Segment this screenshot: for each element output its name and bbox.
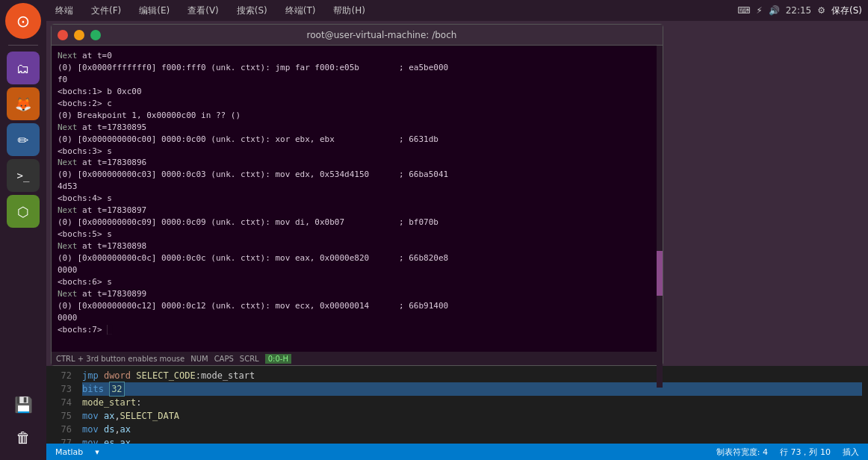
boxee-icon[interactable]: ⬡	[7, 195, 40, 228]
term-line-14: Next at t=17830897	[58, 205, 657, 217]
code-line-75: mov ax,SELECT_DATA	[82, 409, 862, 423]
statusbar-right: 制表符宽度: 4 行 73，列 10 插入	[716, 447, 859, 458]
taskbar-divider-1	[8, 45, 38, 46]
code-line-73: bits 32	[82, 382, 862, 396]
term-line-4: <bochs:1> b 0xc00	[58, 86, 657, 98]
term-line-7: Next at t=17830895	[58, 122, 657, 134]
menu-help[interactable]: 帮助(H)	[330, 3, 368, 19]
scrollbar-thumb[interactable]	[657, 251, 663, 296]
code-line-77: mov es,ax	[82, 436, 862, 444]
insert-mode: 插入	[843, 447, 859, 458]
terminal-scrollbar[interactable]	[657, 46, 663, 388]
taskbar-left: ⊙ 🗂 🦊 ✏ >_ ⬡ 💾 🗑	[0, 0, 46, 460]
menu-view[interactable]: 查看(V)	[185, 3, 222, 19]
save-icon[interactable]: 💾	[7, 388, 40, 421]
maximize-button[interactable]	[90, 30, 101, 40]
desktop: ⊙ 🗂 🦊 ✏ >_ ⬡ 💾 🗑 终端 文件(F) 编辑(E) 查看(V) 搜索…	[0, 0, 868, 460]
term-line-5: <bochs:2> c	[58, 98, 657, 110]
menu-edit[interactable]: 编辑(E)	[136, 3, 173, 19]
term-line-20: <bochs:6> s	[58, 276, 657, 288]
cursor-position: 行 73，列 10	[780, 447, 831, 458]
code-line-74: mode_start:	[82, 396, 862, 409]
clock: 22:15	[786, 5, 812, 16]
code-content[interactable]: 72 73 74 75 76 77 jmp dword SELECT_CODE:…	[46, 366, 868, 444]
menu-search[interactable]: 搜索(S)	[234, 3, 270, 19]
term-line-21: Next at t=17830899	[58, 288, 657, 300]
code-line-76: mov ds,ax	[82, 423, 862, 436]
terminal-title: root@user-virtual-machine: /boch	[107, 30, 657, 40]
term-line-23: 0000	[58, 312, 657, 324]
top-menubar: 终端 文件(F) 编辑(E) 查看(V) 搜索(S) 终端(T) 帮助(H) ⌨…	[46, 0, 868, 21]
tab-size: 制表符宽度: 4	[716, 447, 768, 458]
dropdown-icon[interactable]: ▾	[95, 447, 99, 457]
browser-icon[interactable]: 🦊	[7, 87, 40, 120]
term-line-19: 0000	[58, 264, 657, 276]
term-line-17: Next at t=17830898	[58, 240, 657, 252]
term-line-11: (0) [0x000000000c03] 0000:0c03 (unk. ctx…	[58, 169, 657, 181]
term-line-10: Next at t=17830896	[58, 157, 657, 169]
status-scrl: SCRL	[240, 355, 259, 363]
term-line-24: <bochs:7> █	[58, 324, 657, 336]
term-line-2: (0) [0x0000fffffff0] f000:fff0 (unk. ctx…	[58, 62, 657, 74]
term-line-15: (0) [0x000000000c09] 0000:0c09 (unk. ctx…	[58, 217, 657, 229]
language-selector[interactable]: Matlab	[55, 447, 83, 457]
ubuntu-logo-icon[interactable]: ⊙	[5, 3, 41, 39]
code-line-72: jmp dword SELECT_CODE:mode_start	[82, 369, 862, 382]
term-line-8: (0) [0x000000000c00] 0000:0c00 (unk. ctx…	[58, 134, 657, 146]
texteditor-icon[interactable]: ✏	[7, 123, 40, 156]
close-button[interactable]	[58, 30, 68, 40]
term-line-9: <bochs:3> s	[58, 146, 657, 158]
term-line-3: f0	[58, 74, 657, 86]
term-line-22: (0) [0x000000000c12] 0000:0c12 (unk. ctx…	[58, 300, 657, 312]
save-button[interactable]: 保存(S)	[831, 4, 862, 17]
bluetooth-icon: ⚡	[756, 5, 762, 16]
minimize-button[interactable]	[74, 30, 84, 40]
menu-file[interactable]: 文件(F)	[88, 3, 124, 19]
term-line-12: 4d53	[58, 181, 657, 193]
status-badge: 0:0-H	[265, 354, 291, 364]
volume-icon: 🔊	[769, 5, 780, 16]
term-line-18: (0) [0x000000000c0c] 0000:0c0c (unk. ctx…	[58, 252, 657, 264]
code-statusbar: Matlab ▾ 制表符宽度: 4 行 73，列 10 插入	[46, 444, 868, 460]
status-hint: CTRL + 3rd button enables mouse	[56, 355, 185, 363]
term-line-16: <bochs:5> s	[58, 229, 657, 240]
trash-icon[interactable]: 🗑	[7, 421, 40, 454]
code-editor: 72 73 74 75 76 77 jmp dword SELECT_CODE:…	[46, 366, 868, 460]
menu-terminal2[interactable]: 终端(T)	[282, 3, 319, 19]
settings-icon[interactable]: ⚙	[817, 5, 825, 16]
status-caps: CAPS	[214, 355, 234, 363]
terminal-window: root@user-virtual-machine: /boch Next at…	[51, 24, 663, 366]
terminal-titlebar: root@user-virtual-machine: /boch	[52, 25, 663, 46]
term-line-6: (0) Breakpoint 1, 0x00000c00 in ?? ()	[58, 110, 657, 122]
terminal-content[interactable]: Next at t=0 (0) [0x0000fffffff0] f000:ff…	[52, 46, 663, 352]
line-numbers: 72 73 74 75 76 77	[46, 366, 76, 444]
term-line-1: Next at t=0	[58, 50, 657, 62]
terminal-icon[interactable]: >_	[7, 159, 40, 192]
files-icon[interactable]: 🗂	[7, 52, 40, 84]
term-line-13: <bochs:4> s	[58, 193, 657, 205]
top-right-panel: ⌨ ⚡ 🔊 22:15 ⚙ 保存(S)	[737, 4, 862, 17]
menu-terminal[interactable]: 终端	[52, 3, 76, 19]
status-num: NUM	[190, 355, 208, 363]
code-lines: jmp dword SELECT_CODE:mode_start bits 32…	[76, 366, 868, 444]
keyboard-icon: ⌨	[737, 5, 750, 16]
terminal-status-bar: CTRL + 3rd button enables mouse NUM CAPS…	[52, 352, 663, 365]
